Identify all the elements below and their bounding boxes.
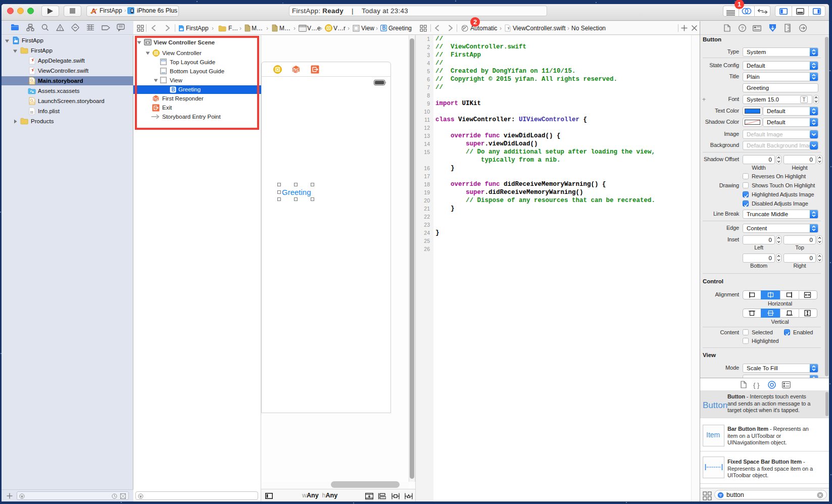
svg-text:B: B: [382, 25, 385, 31]
svg-text:?: ?: [741, 25, 744, 31]
svg-text:1: 1: [297, 69, 299, 73]
